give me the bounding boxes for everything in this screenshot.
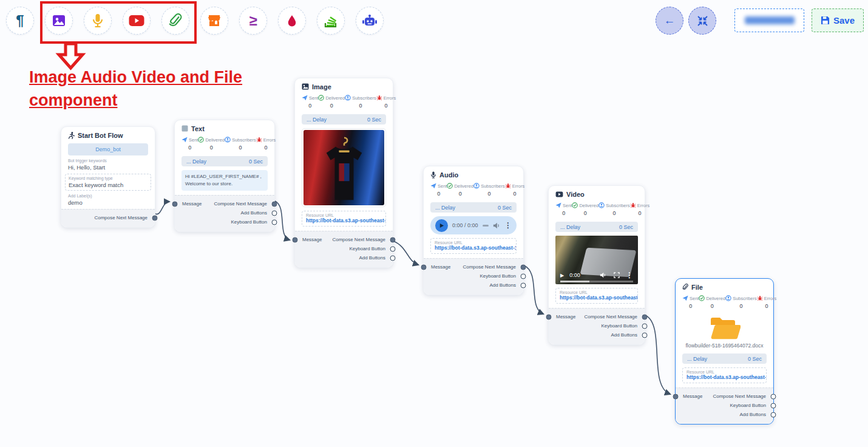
add-buttons-handle[interactable] — [272, 210, 277, 216]
text-node[interactable]: Text Sent 0 Delivered 0 Subscribers 0 Er… — [174, 120, 275, 232]
toolbar-robot-button[interactable] — [356, 7, 384, 35]
stat-label: Subscribers — [232, 137, 256, 143]
greater-equal-icon: ≥ — [249, 13, 257, 28]
edge-start-to-text[interactable] — [155, 202, 169, 214]
stat-sent: Sent 0 — [555, 202, 572, 218]
stat-label: Errors — [512, 183, 524, 189]
stat-label: Delivered — [706, 296, 725, 301]
delay-label: ... Delay — [687, 356, 707, 362]
redacted-label — [745, 16, 795, 24]
toolbar-condition-button[interactable]: ≥ — [239, 7, 267, 35]
edge-image-to-audio[interactable] — [393, 241, 418, 265]
toolbar-stack-button[interactable] — [317, 7, 345, 35]
field-value: demo — [68, 199, 148, 206]
field-add-labels[interactable]: Add Label(s) demo — [68, 194, 148, 206]
kebab-menu-icon[interactable]: ⋮ — [504, 222, 512, 229]
delay-row[interactable]: ... Delay 0 Sec — [181, 156, 268, 166]
volume-icon[interactable] — [493, 222, 500, 229]
delay-label: ... Delay — [186, 159, 206, 165]
add-buttons-handle[interactable] — [642, 332, 648, 338]
toolbar-storefront-button[interactable] — [200, 7, 228, 35]
message-input-handle[interactable] — [172, 201, 178, 206]
compose-output-handle[interactable] — [642, 314, 648, 319]
stat-delivered: Delivered 0 — [572, 202, 598, 218]
redacted-button[interactable] — [734, 9, 804, 32]
image-icon — [52, 13, 66, 28]
audio-time: 0:00 / 0:00 — [452, 222, 478, 228]
compose-output-handle[interactable] — [272, 201, 277, 206]
stat-sent: Sent 0 — [181, 137, 198, 152]
delay-row[interactable]: ... Delay 0 Sec — [302, 114, 386, 125]
field-value: Exact keyword match — [69, 182, 147, 188]
keyboard-button-handle[interactable] — [521, 273, 526, 279]
add-buttons-handle[interactable] — [521, 282, 526, 288]
resource-url-link[interactable]: https://bot-data.s3.ap-southeast-1.wasab… — [687, 374, 762, 380]
compose-output-handle[interactable] — [390, 237, 396, 242]
delay-row[interactable]: ... Delay 0 Sec — [682, 353, 767, 364]
runner-icon — [68, 132, 75, 139]
play-button[interactable] — [435, 219, 448, 232]
keyboard-button-handle[interactable] — [390, 246, 396, 251]
field-bot-trigger-keywords[interactable]: Bot trigger keywords Hi, Hello, Start — [68, 159, 148, 171]
add-buttons-handle[interactable] — [390, 255, 396, 261]
keyboard-button-handle[interactable] — [642, 323, 648, 329]
volume-icon[interactable] — [600, 272, 606, 278]
video-preview[interactable]: ▶ 0:00 ⋮ — [555, 236, 638, 284]
audio-player[interactable]: 0:00 / 0:00 ⋮ — [430, 216, 517, 234]
resource-url-label: Resource URL — [687, 370, 762, 374]
image-node[interactable]: Image Sent 0 Delivered 0 Subscribers 0 E… — [294, 78, 393, 268]
resource-url-link[interactable]: https://bot-data.s3.ap-southeast-1.wasab… — [560, 295, 634, 301]
image-preview[interactable] — [302, 128, 386, 207]
toolbar-text-button[interactable]: ¶ — [6, 7, 34, 35]
stat-sent: Sent 0 — [682, 295, 699, 311]
resource-url-link[interactable]: https://bot-data.s3.ap-southeast-1.wasab… — [435, 245, 512, 251]
video-progress-bar[interactable] — [560, 281, 633, 282]
droplet-icon — [286, 13, 298, 28]
video-node[interactable]: Video Sent 0 Delivered 0 Subscribers 0 E… — [548, 185, 645, 345]
message-input-handle[interactable] — [673, 394, 679, 399]
delay-row[interactable]: ... Delay 0 Sec — [430, 202, 517, 213]
keyboard-button-handle[interactable] — [272, 219, 277, 225]
fullscreen-icon[interactable] — [614, 272, 620, 278]
edge-text-to-image[interactable] — [275, 201, 290, 240]
stats-row: Sent 0 Delivered 0 Subscribers 0 Errors … — [430, 183, 517, 199]
compose-output-handle[interactable] — [521, 264, 526, 270]
paperclip-icon — [169, 13, 182, 28]
toolbar-audio-button[interactable] — [84, 7, 112, 35]
audio-seek-bar[interactable] — [483, 225, 489, 227]
edge-video-to-file[interactable] — [645, 315, 670, 394]
video-controls[interactable]: ▶ 0:00 ⋮ — [560, 271, 633, 279]
resource-url-link[interactable]: https://bot-data.s3.ap-southeast-1.wasab… — [306, 217, 382, 224]
compose-output-handle[interactable] — [152, 215, 158, 220]
message-input-handle[interactable] — [421, 264, 427, 270]
toolbar-image-button[interactable] — [45, 7, 73, 35]
compose-output-label: Compose Next Message — [713, 394, 766, 399]
text-icon — [181, 125, 188, 132]
toolbar-video-button[interactable] — [123, 7, 151, 35]
add-buttons-handle[interactable] — [771, 412, 776, 417]
bot-name-button[interactable]: Demo_bot — [68, 143, 148, 155]
message-input-handle[interactable] — [546, 314, 552, 319]
keyboard-button-handle[interactable] — [771, 403, 776, 408]
start-bot-flow-node[interactable]: Start Bot Flow Demo_bot Bot trigger keyw… — [61, 126, 155, 228]
compose-output-handle[interactable] — [771, 394, 776, 399]
message-preview[interactable]: Hi #LEAD_USER_FIRST_NAME# , Welcome to o… — [181, 170, 268, 191]
save-button[interactable]: Save — [812, 9, 864, 32]
kebab-menu-icon[interactable]: ⋮ — [626, 271, 633, 279]
toolbar-droplet-button[interactable] — [278, 7, 306, 35]
back-button[interactable]: ← — [656, 7, 683, 35]
node-footer: Message Compose Next Message Keyboard Bu… — [424, 258, 523, 295]
edge-audio-to-video[interactable] — [524, 265, 543, 314]
play-icon[interactable]: ▶ — [560, 273, 564, 278]
fit-view-button[interactable] — [688, 7, 716, 35]
toolbar-file-button[interactable] — [161, 7, 189, 35]
person-circle-icon — [725, 295, 731, 301]
stat-value: 0 — [308, 103, 311, 109]
file-node[interactable]: File Sent 0 Delivered 0 Subscribers 0 Er… — [675, 278, 774, 425]
audio-node[interactable]: Audio Sent 0 Delivered 0 Subscribers 0 E… — [423, 166, 524, 295]
file-preview[interactable] — [682, 315, 767, 343]
field-keyword-matching-type[interactable]: Keyword matching type Exact keyword matc… — [65, 174, 151, 191]
delay-row[interactable]: ... Delay 0 Sec — [555, 222, 638, 232]
message-input-handle[interactable] — [293, 237, 298, 242]
stat-delivered: Delivered 0 — [318, 95, 345, 111]
